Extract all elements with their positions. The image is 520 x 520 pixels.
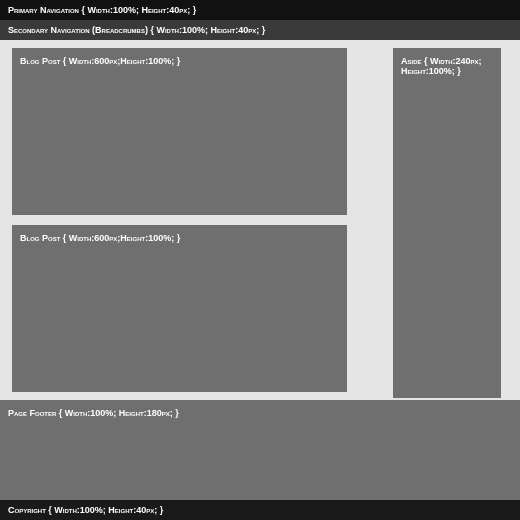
primary-navigation-bar: Primary Navigation { Width:100%; Height:…	[0, 0, 520, 20]
copyright-label: Copyright { Width:100%; Height:40px; }	[8, 505, 163, 515]
primary-nav-label: Primary Navigation { Width:100%; Height:…	[8, 5, 196, 15]
copyright-bar: Copyright { Width:100%; Height:40px; }	[0, 500, 520, 520]
blog-post-box: Blog Post { Width:600px;Height:100%; }	[12, 225, 347, 392]
content-area: Blog Post { Width:600px;Height:100%; } B…	[0, 40, 520, 400]
secondary-nav-label: Secondary Navigation (Breadcrumbs) { Wid…	[8, 25, 265, 35]
main-column: Blog Post { Width:600px;Height:100%; } B…	[12, 48, 347, 392]
secondary-navigation-bar: Secondary Navigation (Breadcrumbs) { Wid…	[0, 20, 520, 40]
blog-post-label: Blog Post { Width:600px;Height:100%; }	[20, 233, 180, 243]
blog-post-box: Blog Post { Width:600px;Height:100%; }	[12, 48, 347, 215]
footer-label: Page Footer { Width:100%; Height:180px; …	[8, 408, 179, 418]
blog-post-label: Blog Post { Width:600px;Height:100%; }	[20, 56, 180, 66]
aside-box: Aside { Width:240px; Height:100%; }	[393, 48, 501, 398]
aside-column: Aside { Width:240px; Height:100%; }	[393, 48, 501, 392]
aside-label: Aside { Width:240px; Height:100%; }	[401, 56, 482, 76]
page-footer: Page Footer { Width:100%; Height:180px; …	[0, 400, 520, 500]
